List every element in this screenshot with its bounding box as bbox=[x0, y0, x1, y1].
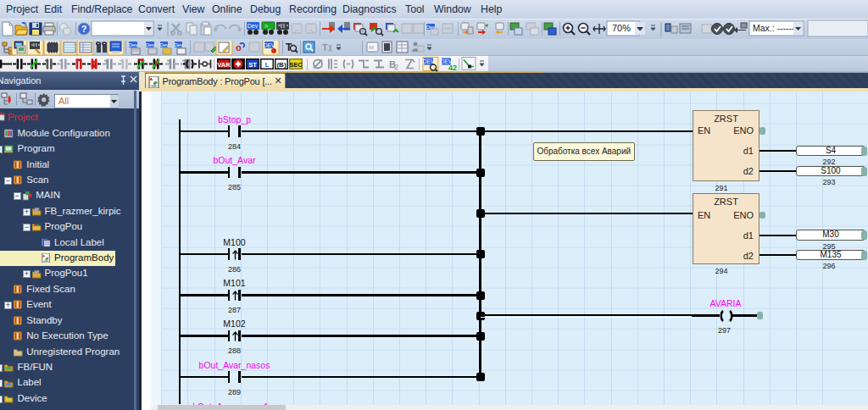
svg-text:L: L bbox=[265, 61, 270, 69]
svg-text:DEV: DEV bbox=[264, 42, 275, 48]
svg-text:>_: >_ bbox=[264, 23, 271, 30]
svg-text:DEV: DEV bbox=[423, 58, 435, 64]
svg-text:?: ? bbox=[81, 24, 87, 34]
svg-text:Dev: Dev bbox=[159, 42, 169, 47]
svg-text:ST: ST bbox=[248, 61, 257, 69]
svg-text:Dev: Dev bbox=[248, 23, 259, 29]
svg-text:Dev: Dev bbox=[129, 42, 138, 47]
svg-text:Max.: -------: Max.: ------- bbox=[753, 23, 798, 33]
svg-text:T: T bbox=[322, 42, 328, 53]
svg-text:T: T bbox=[286, 42, 292, 53]
svg-text:ST: ST bbox=[35, 270, 40, 274]
svg-text:(B): (B) bbox=[276, 61, 286, 69]
svg-text:VAR: VAR bbox=[217, 61, 231, 69]
svg-text:ST: ST bbox=[35, 208, 40, 212]
svg-text:2: 2 bbox=[394, 63, 398, 71]
svg-text:SEC: SEC bbox=[289, 61, 303, 69]
svg-text:Dev: Dev bbox=[174, 42, 183, 47]
svg-text:Dev: Dev bbox=[146, 42, 155, 47]
svg-text:70%: 70% bbox=[612, 23, 631, 33]
svg-text:42: 42 bbox=[448, 64, 457, 72]
